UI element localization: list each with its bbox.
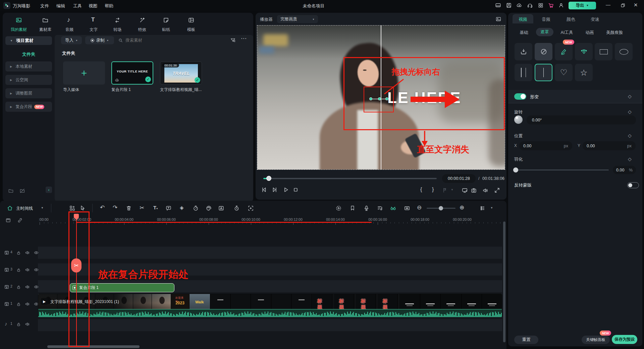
restore-button[interactable] [620,3,626,8]
lock-icon[interactable] [16,285,21,290]
reset-button[interactable]: 重置 [514,336,538,344]
fullscreen-button[interactable] [494,187,500,193]
invert-mask-toggle[interactable] [627,182,639,188]
sidebar-item-adjustment-layer[interactable]: ▶ 调整图层 [5,88,52,98]
export-button[interactable]: 导出 ▼ [569,2,596,9]
tab-template[interactable]: 模板 [187,27,195,33]
zoom-out-icon[interactable]: ⊖ [417,204,422,211]
menu-file[interactable]: 文件 [40,3,49,9]
audio-mixer-icon[interactable] [377,205,383,211]
sidebar-item-folder[interactable]: 文件夹 [22,51,35,57]
main-timeline-home-icon[interactable] [7,205,13,211]
search-input[interactable] [125,36,193,44]
close-button[interactable]: ✕ [634,2,638,8]
tab-video[interactable]: 视频 [519,16,527,22]
marker-flag-button[interactable] [442,187,448,193]
seek-bar[interactable] [263,178,437,179]
feather-slider-track[interactable] [514,169,609,170]
rotate-input[interactable]: 0.00° [527,115,636,124]
keyframe-icon[interactable]: ◈ [180,205,184,211]
video-clip[interactable]: 欢迎来到2023Walk标题标题标题标题 ▶ 文字排版教程视频_喵影_20231… [38,294,502,317]
playback-quality-dropdown[interactable]: 完整画质 ▼ [277,15,318,23]
apps-grid-icon[interactable] [538,2,544,8]
text-recognition-icon[interactable] [218,205,224,211]
mute-speaker-icon[interactable] [25,284,30,290]
main-timeline-label[interactable]: 主时间线 [16,206,33,211]
minimize-button[interactable]: — [606,2,610,7]
redo-icon[interactable]: ↷ [113,204,117,211]
subtab-ai-tools[interactable]: AI工具 [561,30,573,36]
mask-double-line-tile[interactable] [515,64,532,81]
mute-speaker-icon[interactable] [25,250,30,255]
preview-image-icon[interactable] [495,16,501,22]
filter-icon[interactable] [230,37,236,43]
more-options-icon[interactable]: ⋯ [241,35,247,42]
mark-in-button[interactable]: { [420,187,422,193]
mask-single-line-tile[interactable] [535,64,552,81]
import-button[interactable]: 导入 ▼ [61,36,82,44]
x-input[interactable]: 0.00 px [519,141,572,150]
sidebar-item-compound-clip[interactable]: ▶ 复合片段 NEW [5,102,52,112]
feather-slider-handle[interactable] [513,167,518,172]
chevron-down-icon[interactable]: ▼ [41,206,44,209]
mute-speaker-icon[interactable] [25,321,30,327]
snapshot-camera-button[interactable] [471,187,477,194]
vertical-scrollbar[interactable] [503,221,505,342]
subtab-basic[interactable]: 基础 [520,30,528,36]
next-frame-button[interactable] [271,186,278,193]
select-cursor-icon[interactable] [79,205,86,211]
flag-chevron-icon[interactable]: ▼ [451,188,453,191]
menu-tools[interactable]: 工具 [73,3,82,9]
rotate-knob[interactable] [514,115,523,124]
eye-icon[interactable] [34,250,39,255]
timer-icon[interactable] [233,205,240,211]
track-lane-audio-1[interactable] [38,319,502,331]
support-headset-icon[interactable] [527,2,533,8]
layout-icon[interactable] [495,2,501,8]
tab-stock-media[interactable]: 素材库 [39,27,51,33]
save-preset-button[interactable]: 保存为预设 [612,335,637,344]
snap-grid-icon[interactable] [69,205,75,211]
subtab-mask-pill[interactable]: 遮罩 [536,28,553,36]
tab-audio[interactable]: 音频 [65,27,73,33]
mask-import-tile[interactable] [515,43,532,60]
undo-icon[interactable]: ↶ [100,204,105,211]
tab-effects[interactable]: 特效 [138,27,146,33]
import-media-tile[interactable]: + [63,61,105,85]
mask-rectangle-tile[interactable] [595,43,612,60]
keyframe-diamond-icon[interactable]: ◇ [628,109,632,114]
keyframe-diamond-icon[interactable]: ◇ [628,156,632,162]
lock-icon[interactable] [16,322,21,327]
zoom-in-icon[interactable]: ⊕ [460,204,464,211]
travel-video-tile[interactable]: TRAVEL 00:01:38 ✓ [160,61,202,85]
store-cart-icon[interactable] [548,2,554,8]
sidebar-item-cloud[interactable]: ▶ 云空间 [5,75,52,85]
timeline-zoom-handle[interactable] [439,206,443,210]
menu-help[interactable]: 帮助 [105,3,113,9]
track-manager-icon[interactable] [479,205,486,211]
crop-focus-icon[interactable] [248,205,254,211]
tab-my-media[interactable]: 我的素材 [11,27,27,33]
speed-ramp-icon[interactable] [193,205,199,211]
add-text-icon[interactable]: T▾ [153,205,158,210]
subtab-beauty[interactable]: 美颜瘦脸 [606,30,623,36]
mask-ellipse-tile[interactable] [615,43,633,60]
mask-heart-tile[interactable]: ♡ [555,64,573,81]
record-voiceover-icon[interactable] [363,205,370,211]
menu-edit[interactable]: 编辑 [56,3,65,9]
volume-button[interactable] [482,187,489,194]
compound-clip-tile[interactable]: YOUR TITLE HERE ✓ [111,61,153,85]
feather-input[interactable]: 0.00 % [613,166,636,174]
seek-handle[interactable] [266,176,271,181]
current-timecode[interactable]: 00:00:01:28 [442,174,476,183]
tab-speed[interactable]: 变速 [591,16,599,22]
sidebar-item-project-media[interactable]: ▼ 项目素材 [5,36,52,45]
fit-timeline-icon[interactable] [404,205,410,211]
render-preview-icon[interactable] [335,205,342,211]
play-button[interactable] [282,186,289,193]
eye-icon[interactable] [34,267,39,272]
mask-pen-tile[interactable] [575,43,593,60]
lock-icon[interactable] [16,250,21,255]
marker-icon[interactable] [350,205,356,211]
speech-to-text-icon[interactable] [165,205,172,211]
